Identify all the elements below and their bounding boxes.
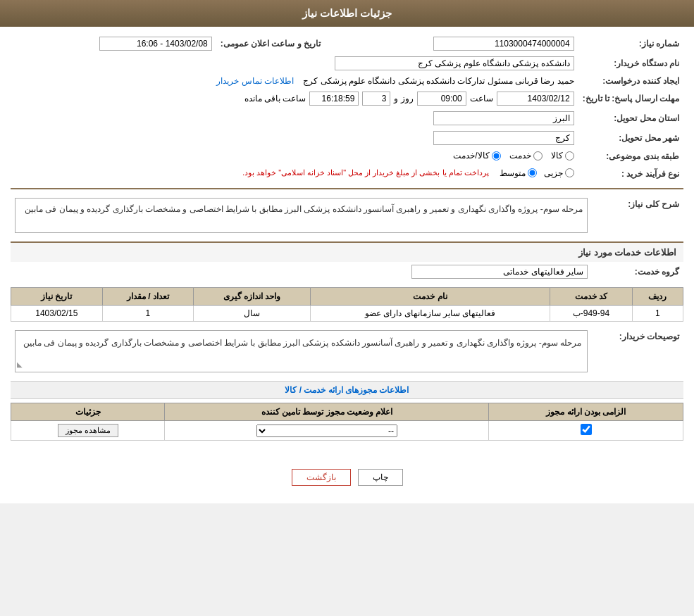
category-kala-khedmat-label: کالا/خدمت	[453, 151, 489, 161]
buyer-notes-table: توصیحات خریدار: مرحله سوم- پروژه واگذاری…	[11, 327, 683, 375]
group-value: سایر فعالیتهای خدماتی	[411, 265, 588, 279]
deadline-days-label: روز و	[394, 94, 413, 103]
services-group-table: گروه خدمت: سایر فعالیتهای خدماتی	[11, 262, 683, 282]
print-button[interactable]: چاپ	[358, 469, 403, 486]
license-status-select[interactable]: --	[256, 425, 397, 437]
license-col-details: جزئیات	[11, 403, 165, 421]
need-desc-label: شرح کلی نیاز:	[592, 195, 683, 236]
creator-value: حمید رضا قربانی مسئول تدارکات دانشکده پز…	[303, 76, 574, 86]
buyer-notes-text: مرحله سوم- پروژه واگذاری نگهداری و تعمیر…	[15, 330, 588, 372]
category-kala-option[interactable]: کالا	[551, 151, 574, 161]
table-row: 1 949-94-ب فعالیتهای سایر سازمانهای دارا…	[11, 306, 683, 322]
divider-1	[11, 188, 683, 189]
need-number-label: شماره نیاز:	[578, 34, 683, 54]
main-content: شماره نیاز: 1103000474000004 تاریخ و ساع…	[0, 27, 694, 503]
cell-code: 949-94-ب	[550, 306, 633, 322]
deadline-remaining-label: ساعت باقی مانده	[244, 94, 306, 103]
process-label: نوع فرآیند خرید :	[578, 165, 683, 183]
license-required-checkbox[interactable]	[581, 424, 592, 435]
process-motevasset-option[interactable]: متوسط	[500, 168, 537, 178]
cell-name: فعالیتهای سایر سازمانهای دارای عضو	[310, 306, 550, 322]
license-status-cell: --	[165, 421, 489, 441]
page-title: جزئیات اطلاعات نیاز	[302, 7, 392, 19]
page-wrapper: جزئیات اطلاعات نیاز شماره نیاز: 11030004…	[0, 0, 694, 503]
info-table: شماره نیاز: 1103000474000004 تاریخ و ساع…	[11, 34, 683, 182]
deadline-time: 09:00	[417, 92, 466, 106]
license-col-status: اعلام وضعیت مجوز توسط تامین کننده	[165, 403, 489, 421]
province-label: استان محل تحویل:	[578, 108, 683, 128]
city-value: کرج	[433, 131, 574, 145]
process-motevasset-label: متوسط	[500, 168, 526, 178]
announce-date-label: تاریخ و ساعت اعلان عمومی:	[216, 34, 325, 54]
page-header: جزئیات اطلاعات نیاز	[0, 0, 694, 27]
creator-label: ایجاد کننده درخواست:	[578, 73, 683, 89]
category-label: طبقه بندی موضوعی:	[578, 148, 683, 165]
deadline-remaining: 16:18:59	[309, 92, 359, 106]
license-details-cell: مشاهده مجوز	[11, 421, 165, 441]
deadline-date: 1403/02/12	[497, 92, 574, 106]
buyer-org-value: دانشکده پزشکی دانشگاه علوم پزشکی کرج	[335, 56, 574, 70]
services-table: ردیف کد خدمت نام خدمت واحد اندازه گیری ت…	[11, 287, 683, 322]
need-desc-text: مرحله سوم- پروژه واگذاری نگهداری و تعمیر…	[15, 198, 588, 233]
contact-link[interactable]: اطلاعات تماس خریدار	[216, 76, 294, 86]
process-jozvi-label: جزیی	[544, 168, 563, 178]
need-desc-table: شرح کلی نیاز: مرحله سوم- پروژه واگذاری ن…	[11, 195, 683, 236]
license-col-required: الزامی بودن ارائه مجوز	[489, 403, 683, 421]
col-header-date: تاریخ نیاز	[11, 288, 103, 306]
category-kala-khedmat-radio[interactable]	[492, 151, 501, 161]
license-section-title: اطلاعات مجوزهای ارائه خدمت / کالا	[11, 381, 683, 399]
col-header-unit: واحد اندازه گیری	[194, 288, 311, 306]
buyer-org-label: نام دستگاه خریدار:	[578, 54, 683, 73]
process-note: پرداخت تمام یا بخشی از مبلغ خریدار از مح…	[242, 168, 489, 177]
col-header-code: کد خدمت	[550, 288, 633, 306]
col-header-name: نام خدمت	[310, 288, 550, 306]
deadline-days: 3	[362, 92, 390, 106]
category-khedmat-label: خدمت	[509, 151, 531, 161]
cell-unit: سال	[194, 306, 311, 322]
list-item: -- مشاهده مجوز	[11, 421, 683, 441]
process-motevasset-radio[interactable]	[528, 168, 537, 177]
view-license-button[interactable]: مشاهده مجوز	[58, 424, 118, 437]
cell-row: 1	[632, 306, 683, 322]
group-label: گروه خدمت:	[592, 262, 683, 282]
buyer-notes-label: توصیحات خریدار:	[592, 327, 683, 375]
col-header-qty: تعداد / مقدار	[102, 288, 193, 306]
category-khedmat-radio[interactable]	[533, 151, 543, 161]
process-jozvi-radio[interactable]	[565, 168, 574, 177]
category-kala-label: کالا	[551, 151, 563, 161]
services-section-title: اطلاعات خدمات مورد نیاز	[11, 241, 683, 262]
category-kala-khedmat-option[interactable]: کالا/خدمت	[453, 151, 500, 161]
deadline-label: مهلت ارسال پاسخ: تا تاریخ:	[578, 89, 683, 108]
back-button[interactable]: بازگشت	[292, 469, 351, 486]
city-label: شهر محل تحویل:	[578, 128, 683, 148]
license-required-cell	[489, 421, 683, 441]
deadline-time-label: ساعت	[470, 94, 493, 103]
category-khedmat-option[interactable]: خدمت	[509, 151, 543, 161]
announce-date-value: 1403/02/08 - 16:06	[99, 37, 212, 51]
category-kala-radio[interactable]	[565, 151, 574, 161]
col-header-row: ردیف	[632, 288, 683, 306]
cell-qty: 1	[102, 306, 193, 322]
action-row: چاپ بازگشت	[11, 458, 683, 496]
license-table: الزامی بودن ارائه مجوز اعلام وضعیت مجوز …	[11, 403, 683, 441]
process-jozvi-option[interactable]: جزیی	[544, 168, 574, 178]
need-number-value: 1103000474000004	[433, 37, 574, 51]
cell-date: 1403/02/15	[11, 306, 103, 322]
province-value: البرز	[433, 111, 574, 125]
